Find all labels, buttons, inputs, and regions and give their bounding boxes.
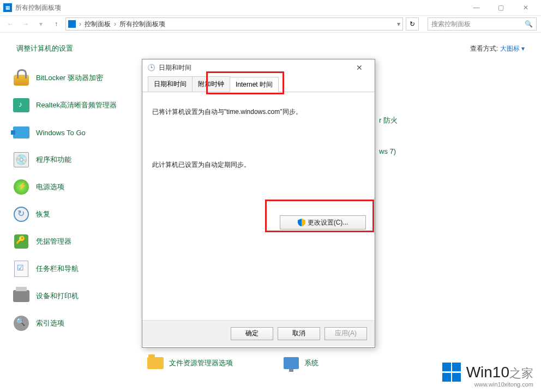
cp-item-system[interactable]: 系统 <box>284 357 318 369</box>
view-mode: 查看方式: 大图标 ▾ <box>470 44 525 53</box>
power-icon <box>14 179 29 195</box>
cp-item-credentials[interactable]: 凭据管理器 <box>11 228 142 255</box>
dialog-close-button[interactable]: ✕ <box>348 60 370 75</box>
forward-button[interactable]: → <box>20 18 32 30</box>
sync-status-text: 已将计算机设置为自动与"time.windows.com"同步。 <box>152 107 365 117</box>
content-header: 调整计算机的设置 查看方式: 大图标 ▾ <box>0 33 541 59</box>
folder-icon <box>147 357 164 369</box>
windows-logo-icon <box>442 363 462 382</box>
system-icon <box>284 357 299 369</box>
change-settings-button[interactable]: 更改设置(C)... <box>280 215 366 230</box>
taskbar-icon <box>14 261 28 277</box>
cp-item-windowstogo[interactable]: Windows To Go <box>11 119 142 146</box>
auto-sync-text: 此计算机已设置为自动定期同步。 <box>152 160 365 170</box>
view-value-link[interactable]: 大图标 ▾ <box>500 45 525 52</box>
watermark: Win10之家 www.win10xitong.com <box>442 363 533 388</box>
back-button[interactable]: ← <box>4 18 16 30</box>
breadcrumb-current[interactable]: 所有控制面板项 <box>119 20 165 29</box>
search-input[interactable]: 搜索控制面板 🔍 <box>428 17 537 31</box>
breadcrumb-sep: › <box>79 20 81 28</box>
cp-item-recovery[interactable]: 恢复 <box>11 201 142 228</box>
address-bar[interactable]: › 控制面板 › 所有控制面板项 ▾ <box>65 17 403 31</box>
close-button[interactable]: ✕ <box>513 0 538 15</box>
cp-item-power[interactable]: 电源选项 <box>11 173 142 201</box>
cp-item-programs[interactable]: 程序和功能 <box>11 146 142 173</box>
tab-additional-clocks[interactable]: 附加时钟 <box>192 76 230 92</box>
tab-internet-time[interactable]: Internet 时间 <box>230 77 279 92</box>
minimize-button[interactable]: — <box>464 0 489 15</box>
ok-button[interactable]: 确定 <box>231 327 273 340</box>
programs-icon <box>14 152 29 167</box>
app-icon: ▦ <box>3 3 12 12</box>
cancel-button[interactable]: 取消 <box>278 327 320 340</box>
recovery-icon <box>14 207 29 222</box>
control-panel-icon <box>68 20 76 28</box>
up-button[interactable]: ↑ <box>50 18 62 30</box>
dialog-title: 日期和时间 <box>159 63 191 73</box>
breadcrumb-root[interactable]: 控制面板 <box>85 20 111 29</box>
page-title: 调整计算机的设置 <box>16 44 73 53</box>
cp-item-explorer-options[interactable]: 文件资源管理器选项 <box>147 357 233 369</box>
cp-item-indexing[interactable]: 索引选项 <box>11 310 142 337</box>
breadcrumb-sep: › <box>114 20 116 28</box>
shield-icon <box>298 219 305 226</box>
dialog-body: 已将计算机设置为自动与"time.windows.com"同步。 此计算机已设置… <box>142 92 375 320</box>
tab-datetime[interactable]: 日期和时间 <box>148 76 193 92</box>
togo-icon <box>13 126 29 138</box>
apply-button[interactable]: 应用(A) <box>324 327 367 340</box>
lock-icon <box>14 75 29 86</box>
address-dropdown-icon[interactable]: ▾ <box>397 20 400 28</box>
dialog-tabs: 日期和时间 附加时钟 Internet 时间 <box>142 76 375 92</box>
recent-dropdown[interactable]: ▾ <box>35 18 47 30</box>
index-icon <box>14 316 29 331</box>
window-title: 所有控制面板项 <box>15 3 61 13</box>
cp-item-firewall-partial[interactable]: r 防火 <box>379 116 398 125</box>
printer-icon <box>13 290 29 302</box>
cp-item-bitlocker[interactable]: BitLocker 驱动器加密 <box>11 64 142 92</box>
cp-item-realtek[interactable]: Realtek高清晰音频管理器 <box>11 92 142 119</box>
dialog-icon: 🕒 <box>147 63 155 72</box>
search-icon: 🔍 <box>525 20 533 28</box>
toolbar: ← → ▾ ↑ › 控制面板 › 所有控制面板项 ▾ ↻ 搜索控制面板 🔍 <box>0 15 541 33</box>
audio-icon <box>13 98 29 112</box>
cp-item-taskbar[interactable]: 任务栏和导航 <box>11 255 142 282</box>
refresh-button[interactable]: ↻ <box>406 17 419 31</box>
credentials-icon <box>14 234 28 249</box>
window-controls: — ▢ ✕ <box>464 0 538 15</box>
datetime-dialog: 🕒 日期和时间 ✕ 日期和时间 附加时钟 Internet 时间 已将计算机设置… <box>142 59 375 348</box>
dialog-footer: 确定 取消 应用(A) <box>142 320 375 346</box>
cp-item-devices[interactable]: 设备和打印机 <box>11 282 142 310</box>
cp-item-partial[interactable]: ws 7) <box>379 147 396 155</box>
maximize-button[interactable]: ▢ <box>489 0 513 15</box>
view-label: 查看方式: <box>470 45 498 52</box>
window-titlebar: ▦ 所有控制面板项 — ▢ ✕ <box>0 0 541 15</box>
dialog-titlebar: 🕒 日期和时间 ✕ <box>142 59 375 76</box>
search-placeholder: 搜索控制面板 <box>431 20 471 29</box>
